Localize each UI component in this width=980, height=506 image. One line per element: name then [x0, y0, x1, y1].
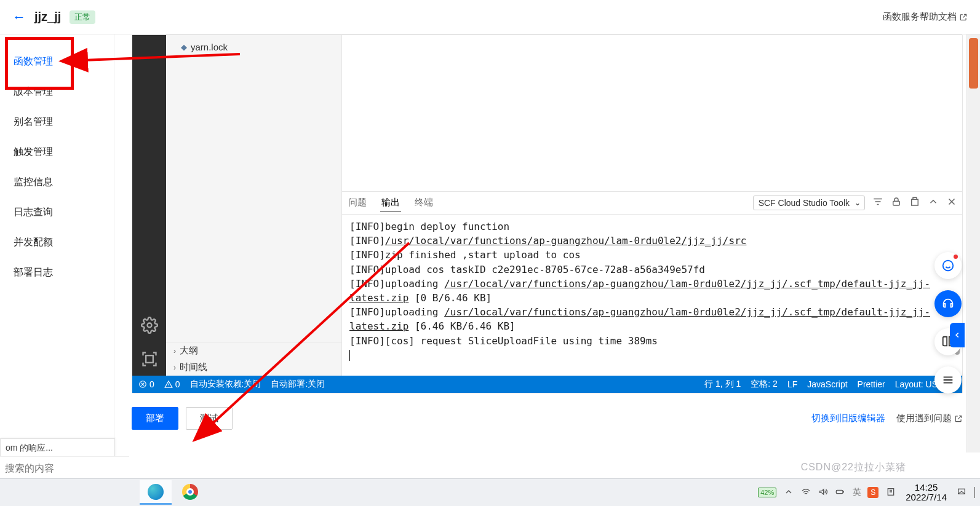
sidebar-item-logs[interactable]: 日志查询: [0, 197, 114, 227]
statusbar-lang[interactable]: JavaScript: [807, 379, 847, 389]
support-fab[interactable]: [934, 290, 962, 317]
feedback-fab[interactable]: [934, 252, 962, 279]
svg-rect-8: [837, 490, 843, 493]
tray-chevron-up-icon[interactable]: [784, 487, 794, 499]
lock-icon: ◆: [181, 42, 187, 52]
output-cursor: [349, 350, 350, 361]
help-doc-link[interactable]: 函数服务帮助文档: [883, 11, 968, 23]
file-item-yarn-lock[interactable]: ◆ yarn.lock: [166, 40, 341, 54]
feedback-link[interactable]: 使用遇到问题: [896, 413, 963, 424]
side-nav: 函数管理 版本管理 别名管理 触发管理 监控信息 日志查询 并发配额 部署日志: [0, 34, 114, 478]
battery-icon[interactable]: 42%: [758, 488, 776, 497]
statusbar-auto-deploy[interactable]: 自动部署:关闭: [271, 379, 325, 390]
sidebar-item-version-mgmt[interactable]: 版本管理: [0, 77, 114, 107]
chevron-right-icon: ›: [173, 347, 176, 355]
statusbar-layout[interactable]: Layout: US: [895, 379, 938, 389]
sidebar-item-deploy-logs[interactable]: 部署日志: [0, 258, 114, 288]
notes-icon[interactable]: [886, 487, 896, 499]
watermark: CSDN@22拉拉小菜猪: [801, 461, 906, 474]
sogou-ime-icon[interactable]: S: [867, 487, 878, 498]
minimize-tray-icon[interactable]: [974, 488, 975, 497]
page-scrollbar[interactable]: [966, 34, 980, 453]
file-explorer: ◆ yarn.lock: [166, 35, 341, 342]
collapse-fab-tab[interactable]: [950, 323, 965, 347]
volume-icon[interactable]: [818, 487, 828, 499]
settings-icon[interactable]: [141, 317, 158, 336]
sidebar-item-monitor[interactable]: 监控信息: [0, 167, 114, 197]
editor-statusbar: 0 0 自动安装依赖:关闭 自动部署:关闭 行 1, 列 1 空格: 2 LF …: [132, 376, 962, 393]
edge-icon: [148, 484, 164, 500]
collapse-panel-icon[interactable]: [928, 196, 939, 210]
editor-activity-bar: [132, 35, 166, 376]
filter-icon[interactable]: [872, 196, 883, 210]
wifi-icon[interactable]: [801, 487, 811, 499]
response-label: om 的响应...: [0, 438, 115, 457]
menu-fab[interactable]: [934, 366, 962, 393]
statusbar-spaces[interactable]: 空格: 2: [751, 379, 778, 390]
deploy-button[interactable]: 部署: [132, 407, 178, 430]
statusbar-errors[interactable]: 0: [138, 379, 154, 389]
output-source-select[interactable]: SCF Cloud Studio Toolk ⌄: [753, 196, 865, 210]
external-link-icon: [959, 13, 968, 22]
editor-canvas[interactable]: [342, 35, 962, 191]
close-panel-icon[interactable]: [946, 196, 957, 210]
code-editor-panel: ◆ yarn.lock › 大纲 › 时间线: [132, 34, 963, 393]
svg-rect-2: [893, 201, 900, 205]
os-search-input[interactable]: [0, 456, 129, 480]
page-scrollbar-thumb[interactable]: [969, 38, 978, 89]
statusbar-prettier[interactable]: Prettier: [858, 379, 885, 389]
chevron-right-icon: ›: [173, 363, 176, 372]
clear-output-icon[interactable]: [909, 196, 920, 210]
ime-indicator[interactable]: 英: [853, 487, 860, 498]
svg-point-4: [943, 261, 954, 271]
output-content[interactable]: [INFO]begin deploy function [INFO]/usr/l…: [342, 215, 962, 376]
statusbar-warnings[interactable]: 0: [164, 379, 180, 389]
sidebar-item-concurrency[interactable]: 并发配额: [0, 227, 114, 258]
lock-scroll-icon[interactable]: [891, 196, 902, 210]
focus-icon[interactable]: [141, 350, 158, 370]
chrome-icon: [182, 484, 198, 500]
sidebar-item-alias-mgmt[interactable]: 别名管理: [0, 107, 114, 137]
statusbar-linecol[interactable]: 行 1, 列 1: [704, 379, 741, 390]
statusbar-eol[interactable]: LF: [787, 379, 797, 389]
os-taskbar: 42% 英 S 14:25 2022/7/14: [0, 478, 980, 506]
tab-terminal[interactable]: 终端: [413, 194, 434, 211]
svg-rect-1: [146, 355, 153, 363]
tab-problems[interactable]: 问题: [347, 194, 368, 211]
switch-legacy-editor-link[interactable]: 切换到旧版编辑器: [811, 413, 885, 424]
taskbar-app-chrome[interactable]: [174, 480, 206, 505]
sidebar-item-trigger-mgmt[interactable]: 触发管理: [0, 137, 114, 167]
battery-status-icon[interactable]: [835, 487, 845, 499]
external-link-icon: [954, 414, 963, 423]
svg-point-0: [147, 323, 151, 328]
statusbar-auto-install[interactable]: 自动安装依赖:关闭: [190, 379, 261, 390]
taskbar-clock[interactable]: 14:25 2022/7/14: [903, 483, 949, 503]
timeline-section[interactable]: › 时间线: [166, 359, 341, 376]
back-button[interactable]: ←: [12, 9, 26, 25]
notification-icon[interactable]: [957, 487, 966, 499]
taskbar-app-edge[interactable]: [140, 480, 172, 505]
test-button[interactable]: 测试: [186, 407, 233, 430]
tab-output[interactable]: 输出: [380, 194, 401, 211]
outline-section[interactable]: › 大纲: [166, 342, 341, 359]
status-badge: 正常: [70, 10, 95, 24]
page-title: jjz_jj: [34, 10, 61, 24]
sidebar-item-function-mgmt[interactable]: 函数管理: [0, 47, 114, 77]
chevron-down-icon: ⌄: [855, 199, 861, 207]
